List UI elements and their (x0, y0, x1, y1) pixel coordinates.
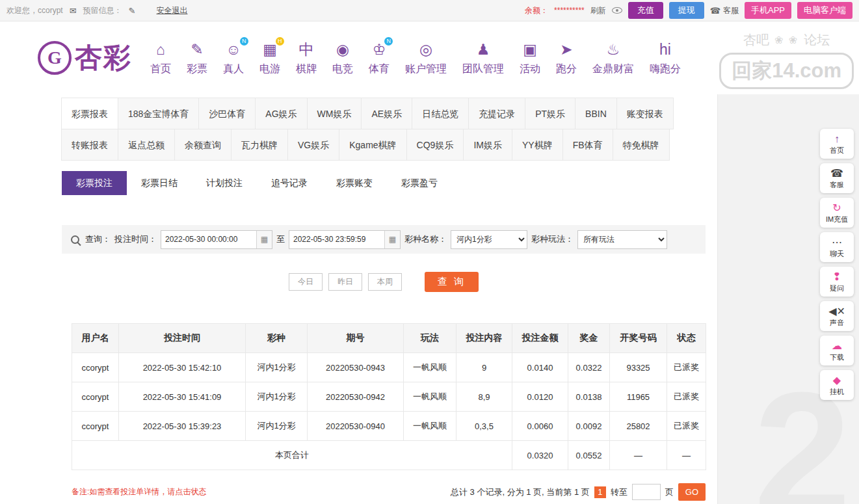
today-button[interactable]: 今日 (289, 273, 323, 291)
nav-item-esports[interactable]: ◉ 电竞 (332, 40, 353, 76)
nav-item-activity[interactable]: ▣ 活动 (520, 40, 540, 76)
floating-sidebar: ↑ 首页 ☎ 客服 ↻ IM充值 ⋯ 聊天 ❢ 疑问 ◀✕ 声音 ☁ 下载 (820, 129, 854, 400)
calendar-icon[interactable]: ▦ (384, 231, 400, 248)
go-button[interactable]: GO (678, 483, 706, 501)
report-tab[interactable]: AE娱乐 (361, 98, 412, 129)
mobile-app-button[interactable]: 手机APP (745, 2, 791, 19)
cell-status[interactable]: 已派奖 (667, 382, 706, 412)
nav-item-boardgames[interactable]: 中 棋牌 (296, 40, 317, 76)
report-tab[interactable]: WM娱乐 (307, 98, 362, 129)
sidebar-home[interactable]: ↑ 首页 (820, 129, 854, 159)
nav-item-lottery[interactable]: ✎ 彩票 (187, 40, 207, 76)
calendar-icon[interactable]: ▦ (256, 231, 272, 248)
cell-prize: 0.0322 (568, 353, 610, 382)
deposit-button[interactable]: 充值 (628, 2, 663, 19)
report-tab[interactable]: Kgame棋牌 (339, 129, 406, 161)
table-header-cell: 投注内容 (456, 324, 512, 353)
report-tab[interactable]: 沙巴体育 (198, 98, 256, 129)
lottery-subtab[interactable]: 彩票账变 (322, 171, 387, 195)
float-label: 客服 (820, 180, 854, 190)
sidebar-idle[interactable]: ◆ 挂机 (820, 370, 854, 400)
report-tab[interactable]: 余额查询 (174, 129, 231, 161)
page-number-button[interactable]: 1 (594, 486, 606, 498)
pc-client-button[interactable]: 电脑客户端 (797, 2, 852, 19)
lottery-subtab[interactable]: 彩票盈亏 (387, 171, 452, 195)
week-button[interactable]: 本周 (368, 273, 402, 291)
report-tab[interactable]: 日结总览 (412, 98, 469, 129)
nav-item-live[interactable]: ☺ N 真人 (223, 40, 244, 76)
report-tab[interactable]: 特免棋牌 (613, 129, 670, 161)
table-header-cell: 彩种 (246, 324, 308, 353)
report-tab[interactable]: 瓦力棋牌 (231, 129, 288, 161)
lottery-subtab[interactable]: 追号记录 (257, 171, 322, 195)
table-header-row: 用户名 投注时间 彩种 期号 玩法 投注内容 投注金额 奖金 开奖号码 (72, 324, 706, 353)
sidebar-download[interactable]: ☁ 下载 (820, 336, 854, 365)
edit-pencil-icon[interactable]: ✎ (129, 6, 136, 16)
lottery-subtab[interactable]: 彩票日结 (127, 171, 192, 195)
goto-page-input[interactable] (632, 484, 661, 500)
balance-label: 余额： (525, 5, 548, 16)
sidebar-question[interactable]: ❢ 疑问 (820, 267, 854, 297)
lottery-subtab[interactable]: 计划投注 (192, 171, 257, 195)
report-tab[interactable]: YY棋牌 (512, 129, 563, 161)
nav-label: 账户管理 (405, 62, 447, 76)
sidebar-service[interactable]: ☎ 客服 (820, 163, 854, 193)
lottery-subtab[interactable]: 彩票投注 (62, 171, 127, 195)
report-tab[interactable]: 返点总额 (118, 129, 175, 161)
eye-icon[interactable] (612, 7, 622, 14)
nav-item-fortune[interactable]: ♨ 金鼎财富 (592, 40, 634, 76)
report-tab[interactable]: BBIN (575, 98, 617, 129)
message-envelope-icon[interactable]: ✉ (70, 6, 77, 16)
report-tab[interactable]: 转账报表 (61, 129, 118, 161)
report-tab[interactable]: FB体育 (562, 129, 613, 161)
sidebar-im-recharge[interactable]: ↻ IM充值 (820, 198, 854, 228)
search-button[interactable]: 查 询 (425, 272, 479, 292)
nav-item-paofen[interactable]: ➤ 跑分 (556, 40, 577, 76)
withdraw-button[interactable]: 提现 (669, 2, 704, 19)
float-label: 疑问 (820, 284, 854, 293)
report-tab[interactable]: 账变报表 (616, 98, 674, 129)
chat-bubble-icon: ⋯ (820, 236, 854, 248)
play-type-select[interactable]: 所有玩法 (577, 230, 667, 249)
report-tab[interactable]: CQ9娱乐 (406, 129, 464, 161)
float-label: 首页 (820, 146, 854, 155)
nav-label: 金鼎财富 (592, 62, 634, 76)
bet-time-label: 投注时间： (114, 233, 157, 245)
nav-item-account[interactable]: ◎ 账户管理 (405, 40, 447, 76)
cell-status[interactable]: 已派奖 (667, 353, 706, 382)
report-tab[interactable]: VG娱乐 (287, 129, 339, 161)
cell-prize: 0.0092 (568, 412, 610, 441)
report-tab[interactable]: 188金宝博体育 (118, 98, 199, 129)
date-to-input[interactable] (289, 235, 384, 244)
customer-service-link[interactable]: ☎ 客服 (710, 5, 739, 16)
play-type-label: 彩种玩法： (531, 233, 574, 245)
date-from-input[interactable] (161, 235, 256, 244)
headset-icon: ☎ (710, 6, 720, 16)
live-person-icon: ☺ (226, 42, 241, 57)
logo-flower-icon: G (38, 41, 72, 75)
yesterday-button[interactable]: 昨日 (328, 273, 362, 291)
report-tab[interactable]: PT娱乐 (525, 98, 575, 129)
logo[interactable]: G 杏彩 (38, 40, 132, 76)
sidebar-sound[interactable]: ◀✕ 声音 (820, 301, 854, 331)
report-tab[interactable]: IM娱乐 (463, 129, 512, 161)
cell-bet-time: 2022-05-30 15:39:23 (119, 412, 246, 441)
table-body: ccorypt 2022-05-30 15:42:10 河内1分彩 202205… (72, 353, 706, 441)
sidebar-chat[interactable]: ⋯ 聊天 (820, 232, 854, 262)
nav-item-egames[interactable]: ▦ H 电游 (259, 40, 280, 76)
nav-item-hi-paofen[interactable]: hi 嗨跑分 (650, 40, 681, 76)
treasure-pot-icon: ♨ (607, 42, 620, 57)
lottery-select[interactable]: 河内1分彩 (451, 230, 527, 249)
cell-status[interactable]: 已派奖 (667, 412, 706, 441)
refresh-button[interactable]: 刷新 (590, 5, 606, 16)
report-tab[interactable]: 充提记录 (468, 98, 525, 129)
cell-issue: 20220530-0942 (308, 382, 404, 412)
to-label: 至 (276, 233, 285, 245)
nav-item-sports[interactable]: ♔ N 体育 (369, 40, 390, 76)
logout-link[interactable]: 安全退出 (157, 5, 188, 16)
nav-item-team[interactable]: ♟ 团队管理 (462, 40, 504, 76)
report-tab[interactable]: AG娱乐 (255, 98, 307, 129)
nav-item-home[interactable]: ⌂ 首页 (150, 40, 171, 76)
query-bar: 查询： 投注时间： ▦ 至 ▦ 彩种名称： 河内1分彩 彩种玩法： 所有玩法 (62, 225, 706, 254)
report-tab[interactable]: 彩票报表 (61, 98, 118, 129)
